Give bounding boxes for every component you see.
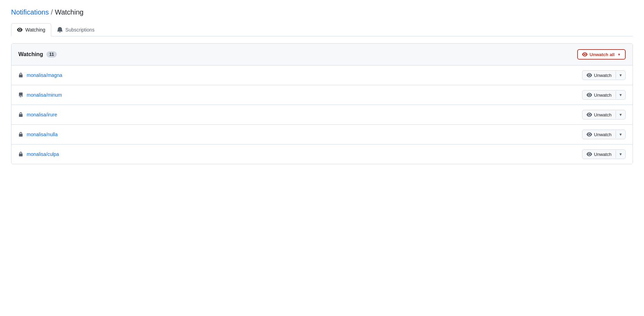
unwatch-button-caret[interactable]: ▼ (616, 71, 625, 79)
tab-watching-label: Watching (25, 27, 45, 33)
panel-title: Watching (18, 51, 43, 58)
tab-subscriptions-label: Subscriptions (65, 27, 95, 33)
caret-down-icon: ▼ (619, 93, 623, 97)
repo-type-icon (18, 112, 23, 117)
table-row: monalisa/magna Unwatch ▼ (11, 65, 633, 85)
repo-link[interactable]: monalisa/nulla (27, 132, 58, 137)
bell-icon (57, 27, 63, 33)
tab-subscriptions[interactable]: Subscriptions (51, 23, 100, 36)
repo-link[interactable]: monalisa/minum (27, 92, 62, 98)
unwatch-eye-icon (587, 112, 592, 117)
lock-icon (18, 152, 23, 157)
unwatch-all-eye-icon (582, 52, 588, 57)
unwatch-button-group[interactable]: Unwatch ▼ (582, 130, 626, 139)
unwatch-all-caret-icon: ▼ (617, 53, 621, 56)
repo-row-left: monalisa/magna (18, 72, 62, 78)
repo-row-left: monalisa/nulla (18, 132, 58, 137)
unwatch-eye-icon (587, 151, 592, 157)
watching-panel: Watching 11 Unwatch all ▼ monalisa/magna… (11, 43, 633, 164)
unwatch-all-label: Unwatch all (590, 52, 615, 57)
caret-down-icon: ▼ (619, 132, 623, 137)
repo-row-left: monalisa/irure (18, 112, 57, 117)
breadcrumb-current: Watching (55, 8, 84, 16)
unwatch-button-caret[interactable]: ▼ (616, 111, 625, 119)
table-row: monalisa/minum Unwatch ▼ (11, 85, 633, 105)
repo-list: monalisa/magna Unwatch ▼ monalisa/minum (11, 65, 633, 164)
unwatch-all-button[interactable]: Unwatch all ▼ (577, 49, 626, 60)
unwatch-button-main[interactable]: Unwatch (582, 130, 616, 139)
repo-type-icon (18, 132, 23, 137)
lock-icon (18, 73, 23, 78)
panel-header-left: Watching 11 (18, 51, 57, 58)
caret-down-icon: ▼ (619, 152, 623, 156)
unwatch-button-caret[interactable]: ▼ (616, 131, 625, 138)
unwatch-button-main[interactable]: Unwatch (582, 110, 616, 119)
repo-link[interactable]: monalisa/magna (27, 72, 62, 78)
lock-icon (18, 132, 23, 137)
unwatch-button-caret[interactable]: ▼ (616, 150, 625, 158)
repo-row-left: monalisa/culpa (18, 151, 59, 157)
repo-type-icon (18, 152, 23, 157)
unwatch-eye-icon (587, 92, 592, 98)
unwatch-button-group[interactable]: Unwatch ▼ (582, 149, 626, 159)
repo-row-left: monalisa/minum (18, 92, 62, 98)
caret-down-icon: ▼ (619, 73, 623, 77)
breadcrumb: Notifications / Watching (11, 8, 633, 16)
unwatch-button-main[interactable]: Unwatch (582, 90, 616, 99)
lock-icon (18, 112, 23, 117)
unwatch-eye-icon (587, 132, 592, 137)
caret-down-icon: ▼ (619, 113, 623, 117)
unwatch-button-group[interactable]: Unwatch ▼ (582, 110, 626, 120)
book-icon (18, 93, 23, 97)
unwatch-button-group[interactable]: Unwatch ▼ (582, 70, 626, 80)
repo-type-icon (18, 93, 23, 97)
table-row: monalisa/irure Unwatch ▼ (11, 105, 633, 125)
tabs-container: Watching Subscriptions (11, 23, 633, 36)
unwatch-eye-icon (587, 72, 592, 78)
repo-link[interactable]: monalisa/culpa (27, 151, 59, 157)
breadcrumb-separator: / (51, 8, 53, 16)
panel-header: Watching 11 Unwatch all ▼ (11, 44, 633, 65)
breadcrumb-notifications-link[interactable]: Notifications (11, 8, 49, 16)
unwatch-button-group[interactable]: Unwatch ▼ (582, 90, 626, 100)
watching-count-badge: 11 (46, 51, 56, 58)
table-row: monalisa/nulla Unwatch ▼ (11, 125, 633, 144)
repo-link[interactable]: monalisa/irure (27, 112, 57, 117)
eye-icon (17, 27, 23, 33)
tab-watching[interactable]: Watching (11, 23, 51, 36)
unwatch-button-caret[interactable]: ▼ (616, 91, 625, 99)
unwatch-button-main[interactable]: Unwatch (582, 71, 616, 80)
unwatch-button-main[interactable]: Unwatch (582, 150, 616, 159)
repo-type-icon (18, 73, 23, 78)
table-row: monalisa/culpa Unwatch ▼ (11, 144, 633, 164)
